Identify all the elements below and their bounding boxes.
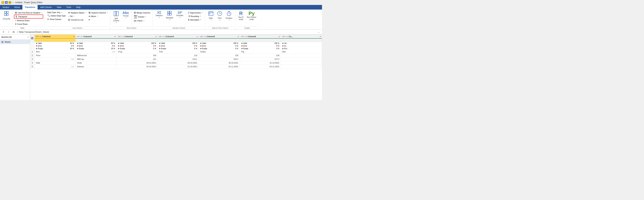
date-button[interactable]: Date ▾: [206, 10, 215, 22]
row1-col3[interactable]: Frog: [117, 50, 158, 54]
detect-data-type-button[interactable]: 🔍 Detect Data Type: [46, 14, 67, 17]
statistics-button[interactable]: XΣ Statistics ▾: [154, 10, 164, 19]
row3-col2[interactable]: With tax: [76, 57, 117, 61]
row2-col4[interactable]: 110: [158, 54, 199, 57]
row4-col6[interactable]: 31.10.2021: [240, 61, 281, 65]
formula-expand-button[interactable]: ⌄: [317, 30, 320, 34]
run-r-button[interactable]: R Run Rscript: [237, 10, 245, 21]
use-first-row-button[interactable]: ⊞ Use First Row as Headers ▾: [14, 11, 43, 14]
tab-view[interactable]: View: [54, 5, 64, 10]
col-header-4[interactable]: ABC123 Column4 ▾: [158, 35, 199, 42]
fill-button[interactable]: ↓ Fill ▾: [67, 15, 87, 18]
row2-col1[interactable]: Price: [34, 54, 76, 57]
trigonometry-button[interactable]: ∫ Trigonometry ▾: [187, 11, 204, 14]
col-header-3[interactable]: ABC123 Column3 ▾: [117, 35, 158, 42]
row3-col4[interactable]: 133,1: [158, 57, 199, 61]
row1-col6[interactable]: Pig: [240, 50, 281, 54]
row2-col6[interactable]: 130: [240, 54, 281, 57]
row4-col5[interactable]: 30.10.2021: [199, 61, 240, 65]
tab-home[interactable]: Home: [12, 5, 22, 10]
col-header-1[interactable]: ABC123 Column1 ▾: [34, 35, 76, 42]
tab-tools[interactable]: Tools: [64, 5, 74, 10]
use-first-row-dropdown[interactable]: ▾: [42, 12, 42, 14]
datetime-content: Date ▾ Time ▾: [206, 10, 234, 26]
empty-pct-4: 0 %: [193, 48, 197, 50]
error-dot-4: [159, 45, 160, 47]
format-button[interactable]: Abc Format ▾: [121, 10, 130, 19]
row1-col7[interactable]: Bee: [281, 50, 322, 54]
run-python-button[interactable]: Py Run Pythonscript: [246, 10, 258, 21]
tab-add-column[interactable]: Add Column: [38, 5, 54, 10]
any-column-label: Any Column: [46, 26, 109, 29]
rename-button[interactable]: ✏ Pivot Column: [46, 18, 67, 21]
row5-col5[interactable]: 01.11.2021: [199, 65, 240, 68]
row2-col3[interactable]: 100: [117, 54, 158, 57]
undo-icon[interactable]: ↩: [8, 1, 11, 4]
extract-button[interactable]: ABC123 Extract ▾: [133, 15, 152, 19]
row5-col2[interactable]: Delivery: [76, 65, 117, 68]
save-icon[interactable]: 💾: [5, 1, 8, 4]
scientific-button[interactable]: 10² Scientific ▾: [175, 10, 185, 19]
col4-dropdown[interactable]: ▾: [197, 36, 198, 38]
standard-button[interactable]: Standard ▾: [164, 10, 174, 21]
run-r-label: Run Rscript: [238, 16, 244, 21]
transpose-button[interactable]: ⇅ Transpose: [14, 15, 43, 19]
row5-col3[interactable]: 30.10.2021: [117, 65, 158, 68]
formula-fx-label: fx: [13, 31, 15, 33]
row4-col3[interactable]: 28.10.2021: [117, 61, 158, 65]
group-by-button[interactable]: Group By: [2, 10, 12, 21]
sidebar-collapse-button[interactable]: ‹: [28, 36, 28, 38]
duration-label: Duration: [226, 17, 232, 19]
duration-icon: [226, 11, 232, 17]
row3-col6[interactable]: 157,3: [240, 57, 281, 61]
data-type-button[interactable]: Data Type: Any ▾: [46, 11, 67, 14]
tab-transform[interactable]: Transform: [22, 5, 38, 10]
row2-col5[interactable]: 120: [199, 54, 240, 57]
col-header-7[interactable]: ABC123 Co... ▾: [281, 35, 322, 42]
formula-input[interactable]: [17, 31, 315, 33]
convert-to-list-button[interactable]: ≡: [88, 18, 109, 21]
move-button[interactable]: ⇔ Move ▾: [88, 15, 109, 18]
row4-col1[interactable]: Date: [34, 61, 76, 65]
col-header-5[interactable]: ABC123 Column5 ▾: [199, 35, 240, 42]
reverse-rows-button[interactable]: ↕ Reverse Rows: [14, 19, 43, 22]
pivot-column-button[interactable]: ⊟ Convert to List: [67, 18, 87, 21]
duration-button[interactable]: Duration ▾: [224, 10, 234, 22]
col1-dropdown[interactable]: ▾: [74, 36, 74, 38]
row2-col2[interactable]: Without tax: [76, 54, 117, 57]
col-header-2[interactable]: ABC123 Column2 ▾: [76, 35, 117, 42]
unpivot-columns-button[interactable]: ⊞ Unpivot Columns ▾: [88, 11, 109, 14]
col6-dropdown[interactable]: ▾: [279, 36, 280, 38]
parse-button[interactable]: abc Parse ▾: [133, 19, 152, 22]
row1-col1[interactable]: Item: [34, 50, 76, 54]
split-column-button[interactable]: SplitColumn ▾: [112, 10, 120, 24]
time-icon: [217, 11, 222, 17]
row4-col2[interactable]: Order: [76, 61, 117, 65]
col3-dropdown[interactable]: ▾: [156, 36, 156, 38]
replace-values-button[interactable]: ⇄ Replace Values ▾: [67, 11, 87, 14]
col5-dropdown[interactable]: ▾: [238, 36, 239, 38]
data-type-arrow[interactable]: ▾: [62, 12, 62, 13]
row1-col5[interactable]: Snake: [199, 50, 240, 54]
formula-confirm-button[interactable]: ✓: [7, 30, 10, 34]
row5-col4[interactable]: 31.10.2021: [158, 65, 199, 68]
row3-col3[interactable]: 121: [117, 57, 158, 61]
row5-col6[interactable]: 02.11.2021: [240, 65, 281, 68]
rounding-button[interactable]: .0 Rounding ▾: [187, 15, 204, 18]
row1-col4[interactable]: Fish: [158, 50, 199, 54]
empty-label-5: Empty: [202, 48, 207, 50]
formula-cancel-button[interactable]: ✕: [2, 30, 5, 34]
count-rows-button[interactable]: # Count Rows: [14, 22, 43, 26]
col2-dropdown[interactable]: ▾: [114, 36, 116, 38]
merge-columns-button[interactable]: ⊞ Merge Columns: [133, 11, 152, 14]
col7-dropdown[interactable]: ▾: [320, 36, 321, 38]
col2-error-stat: Error0 %: [76, 45, 117, 47]
time-button[interactable]: Time ▾: [216, 10, 224, 22]
tab-help[interactable]: Help: [74, 5, 83, 10]
row4-col4[interactable]: 29.10.2021: [158, 61, 199, 65]
row3-col5[interactable]: 145,2: [199, 57, 240, 61]
information-button[interactable]: ℹ Information ▾: [187, 18, 204, 21]
tab-soubor[interactable]: Soubor: [0, 5, 12, 10]
sidebar-item-sheet1[interactable]: ▦ Sheet1: [0, 40, 30, 44]
col-header-6[interactable]: ABC123 Column6 ▾: [240, 35, 281, 42]
